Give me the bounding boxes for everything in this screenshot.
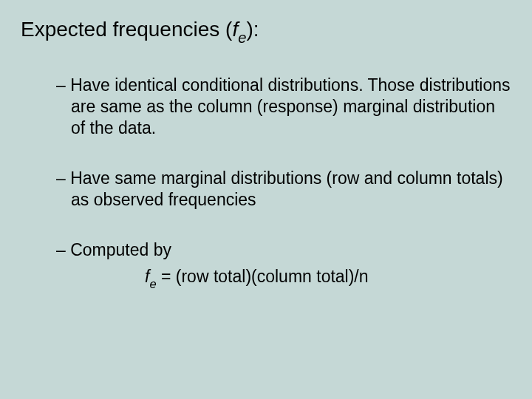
slide-title: Expected frequencies (fe):	[21, 18, 511, 45]
title-prefix: Expected frequencies (	[21, 18, 232, 41]
bullet-2: – Have same marginal distributions (row …	[56, 168, 511, 211]
title-sub: e	[238, 30, 246, 46]
bullet-1: – Have identical conditional distributio…	[56, 75, 511, 140]
slide: Expected frequencies (fe): – Have identi…	[0, 0, 532, 308]
formula-eq: = (row total)(column total)/n	[157, 267, 369, 286]
title-suffix: ):	[246, 18, 259, 41]
bullet-3: – Computed by	[56, 239, 511, 261]
formula: fe = (row total)(column total)/n	[56, 267, 511, 290]
formula-sub: e	[149, 277, 156, 291]
title-var: f	[232, 18, 238, 41]
bullet-list: – Have identical conditional distributio…	[21, 75, 511, 290]
